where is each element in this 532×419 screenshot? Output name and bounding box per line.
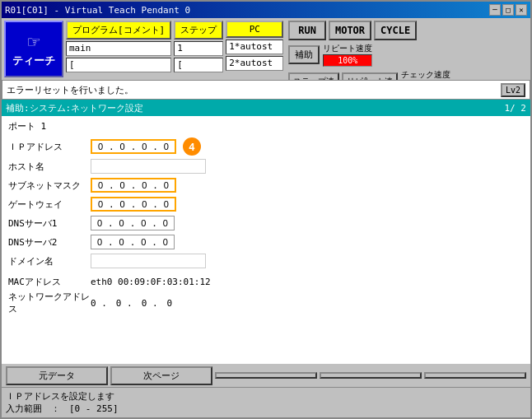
extra-btn4[interactable] (320, 372, 422, 379)
status-line1: ＩＰアドレスを設定します (6, 390, 526, 403)
lv2-button[interactable]: Lv2 (501, 83, 525, 97)
subnet-seg1[interactable] (92, 179, 109, 192)
repeat-label: リピート速度 (323, 43, 372, 54)
ip-label: ＩＰアドレス (8, 141, 91, 153)
pc-value2: 2*autost (226, 56, 283, 71)
close-button[interactable]: ✕ (516, 4, 527, 16)
dns2-seg4[interactable] (157, 235, 174, 249)
maximize-button[interactable]: □ (502, 4, 514, 16)
gw-seg3[interactable] (136, 198, 152, 211)
program-value: main (66, 41, 171, 56)
header-bar: 補助:システム:ネットワーク設定 1/ 2 (2, 100, 530, 116)
minimize-button[interactable]: ─ (489, 4, 501, 16)
window-title: R01[C01] - Virtual Teach Pendant 0 (5, 5, 190, 16)
error-bar: エラーリセットを行いました。 Lv2 (2, 80, 530, 100)
domain-label: ドメイン名 (8, 255, 91, 268)
dns1-seg2[interactable] (114, 216, 130, 230)
run-button[interactable]: RUN (288, 21, 326, 40)
hojo-button[interactable]: 補助 (288, 45, 320, 64)
teach-label: ティーチ (12, 54, 55, 68)
motor-button[interactable]: MOTOR (329, 21, 371, 40)
hostname-row: ホスト名 (8, 158, 524, 175)
gateway-label: ゲートウェイ (8, 198, 91, 211)
dns2-label: DNSサーバ2 (8, 236, 91, 249)
dns2-row: DNSサーバ2 . . . (8, 234, 524, 250)
ip-input-group[interactable]: . . . (91, 139, 176, 154)
dns2-seg1[interactable] (91, 235, 108, 249)
dns1-label: DNSサーバ1 (8, 217, 91, 230)
dns2-input-group[interactable]: . . . (91, 235, 175, 249)
dns2-seg3[interactable] (135, 235, 152, 249)
subnet-seg2[interactable] (114, 179, 131, 192)
mac-row: MACアドレス eth0 00:09:0F:03:01:12 (8, 276, 524, 288)
section-title: 補助:システム:ネットワーク設定 (6, 102, 143, 114)
subnet-seg3[interactable] (136, 179, 152, 192)
teach-button[interactable]: ☞ ティーチ (4, 21, 63, 77)
step-value: 1 (174, 41, 223, 56)
page-indicator: 1/ 2 (505, 103, 527, 114)
port-label: ポート 1 (8, 120, 524, 133)
hostname-input[interactable] (91, 159, 206, 174)
gw-seg1[interactable] (92, 198, 109, 211)
mac-label: MACアドレス (8, 276, 91, 288)
mac-value: eth0 00:09:0F:03:01:12 (91, 277, 211, 287)
dns1-row: DNSサーバ1 . . . (8, 215, 524, 231)
run-row: RUN MOTOR CYCLE (288, 21, 450, 40)
net-value: 0 . 0 . 0 . 0 (91, 297, 172, 310)
ip-seg4[interactable] (158, 140, 175, 153)
extra-btn5[interactable] (424, 372, 526, 379)
middle-row: 補助 リピート速度 100% (288, 43, 450, 67)
program-sub: [ (66, 58, 171, 72)
bottom-bar: 元データ 次ページ (2, 364, 530, 387)
dns2-seg2[interactable] (114, 235, 130, 249)
dns1-seg3[interactable] (135, 216, 152, 230)
gw-seg4[interactable] (158, 198, 175, 211)
cycle-button[interactable]: CYCLE (374, 21, 417, 40)
extra-btn3[interactable] (215, 372, 317, 379)
program-button[interactable]: プログラム[コメント] (66, 21, 171, 40)
pc-block: PC 1*autost 2*autost (226, 21, 283, 77)
ip-seg2[interactable] (114, 140, 131, 153)
title-bar: R01[C01] - Virtual Teach Pendant 0 ─ □ ✕ (2, 2, 530, 18)
circle-4: 4 (183, 137, 201, 156)
ip-address-row: ＩＰアドレス . . . 4 (8, 137, 524, 156)
hostname-label: ホスト名 (8, 161, 91, 173)
program-block: プログラム[コメント] main [ (66, 21, 171, 77)
speed-block: リピート速度 100% (323, 43, 372, 67)
moto-data-button[interactable]: 元データ (6, 366, 108, 385)
main-window: R01[C01] - Virtual Teach Pendant 0 ─ □ ✕… (0, 0, 532, 419)
main-content: ポート 1 ＩＰアドレス . . . 4 ホスト名 サブネットマスク (2, 116, 530, 364)
net-row: ネットワークアドレス 0 . 0 . 0 . 0 (8, 291, 524, 315)
pc-button[interactable]: PC (226, 21, 283, 38)
domain-input[interactable] (91, 254, 206, 268)
step-button[interactable]: ステップ (174, 21, 223, 40)
next-page-button[interactable]: 次ページ (110, 366, 212, 385)
toolbar: ☞ ティーチ プログラム[コメント] main [ ステップ 1 [ PC 1*… (2, 18, 530, 80)
dns1-seg1[interactable] (91, 216, 108, 230)
error-message: エラーリセットを行いました。 (7, 84, 133, 96)
subnet-row: サブネットマスク . . . (8, 177, 524, 193)
gateway-input-group[interactable]: . . . (91, 197, 176, 212)
gw-seg2[interactable] (114, 198, 131, 211)
ip-seg3[interactable] (136, 140, 152, 153)
right-controls: RUN MOTOR CYCLE 補助 リピート速度 100% ステップ連 リピ°… (288, 21, 450, 77)
step-sub: [ (174, 58, 223, 72)
ip-seg1[interactable] (92, 140, 109, 153)
pc-value1: 1*autost (226, 40, 283, 54)
status-bar: ＩＰアドレスを設定します 入力範囲 ： [0 - 255] (2, 387, 530, 417)
step-block: ステップ 1 [ (174, 21, 223, 77)
status-line2: 入力範囲 ： [0 - 255] (6, 403, 526, 415)
subnet-label: サブネットマスク (8, 179, 91, 192)
gateway-row: ゲートウェイ . . . (8, 196, 524, 212)
domain-row: ドメイン名 (8, 253, 524, 269)
check-label: チェック速度 (401, 69, 450, 81)
dns1-seg4[interactable] (157, 216, 174, 230)
subnet-seg4[interactable] (158, 179, 175, 192)
dns1-input-group[interactable]: . . . (91, 216, 175, 230)
speed-bar: 100% (323, 54, 372, 67)
subnet-input-group[interactable]: . . . (91, 178, 176, 193)
title-bar-buttons: ─ □ ✕ (489, 4, 527, 16)
hand-icon: ☞ (28, 30, 40, 54)
net-label: ネットワークアドレス (8, 291, 91, 315)
